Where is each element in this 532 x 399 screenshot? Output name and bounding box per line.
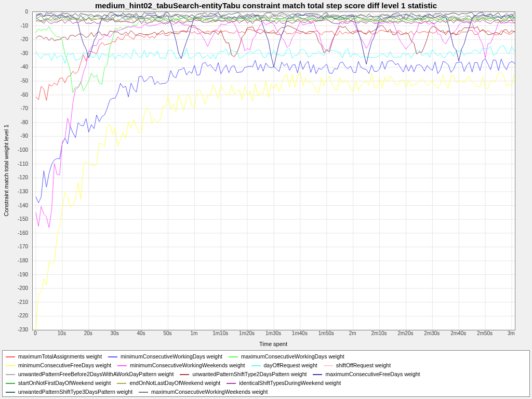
legend-swatch <box>117 365 127 366</box>
legend-item: maximumConsecutiveWorkingWeekends weight <box>139 388 268 396</box>
x-tick: 30s <box>111 330 119 336</box>
legend-swatch <box>6 356 15 357</box>
legend-item: minimumConsecutiveWorkingWeekends weight <box>117 361 245 370</box>
legend-swatch <box>313 374 322 375</box>
y-tick: -50 <box>21 78 28 84</box>
legend-swatch <box>6 374 15 375</box>
legend-label: maximumConsecutiveWorkingDays weight <box>241 352 344 361</box>
legend-label: maximumConsecutiveFreeDays weight <box>325 370 420 379</box>
legend-label: minimumConsecutiveWorkingDays weight <box>121 352 222 361</box>
y-tick: -150 <box>18 216 28 222</box>
legend-label: minimumConsecutiveWorkingWeekends weight <box>130 361 245 370</box>
legend-item: dayOffRequest weight <box>251 361 317 370</box>
x-tick: 2m20s <box>397 330 413 336</box>
y-tick: -130 <box>18 188 28 194</box>
x-tick: 40s <box>137 330 145 336</box>
y-tick: -200 <box>18 285 28 291</box>
x-tick-labels: 010s20s30s40s50s1m1m10s1m20s1m30s1m40s1m… <box>32 330 515 339</box>
y-tick: -20 <box>21 36 28 42</box>
legend-item: maximumTotalAssignments weight <box>6 352 102 361</box>
legend-label: unwantedPatternShiftType2DaysPattern wei… <box>192 370 307 379</box>
y-tick: -170 <box>18 244 28 249</box>
series-line <box>36 17 515 93</box>
x-tick: 50s <box>163 330 171 336</box>
series-line <box>36 21 515 228</box>
y-tick: -30 <box>21 50 28 56</box>
legend-swatch <box>227 383 236 384</box>
x-tick: 2m10s <box>371 330 387 336</box>
y-tick: -10 <box>21 22 28 28</box>
x-axis-label: Time spent <box>32 341 514 347</box>
legend-label: unwantedPatternFreeBefore2DaysWithAWorkD… <box>18 370 174 379</box>
legend-swatch <box>6 365 15 366</box>
y-tick: -40 <box>21 64 28 70</box>
legend-item: endOnNotLastDayOfWeekend weight <box>117 379 220 388</box>
x-tick: 3m <box>508 330 515 336</box>
legend-swatch <box>6 392 15 393</box>
x-tick: 1m50s <box>318 330 334 336</box>
x-tick: 1m20s <box>239 330 255 336</box>
y-tick: -140 <box>18 202 28 208</box>
y-tick: -120 <box>18 175 28 180</box>
y-tick: -90 <box>21 133 28 139</box>
legend-swatch <box>117 383 126 384</box>
legend-swatch <box>324 365 333 366</box>
y-tick: -160 <box>18 230 28 235</box>
legend-label: identicalShiftTypesDuringWeekend weight <box>239 379 341 388</box>
x-tick: 20s <box>84 330 92 336</box>
series-line <box>36 29 515 100</box>
x-tick: 1m30s <box>265 330 281 336</box>
legend-label: minimumConsecutiveFreeDays weight <box>18 361 111 370</box>
legend-label: shiftOffRequest weight <box>336 361 391 370</box>
y-tick: -110 <box>18 161 28 166</box>
legend-item: minimumConsecutiveWorkingDays weight <box>108 352 222 361</box>
y-tick: -220 <box>18 313 28 318</box>
legend-swatch <box>251 365 261 366</box>
legend-swatch <box>180 374 189 375</box>
legend-label: maximumTotalAssignments weight <box>18 352 102 361</box>
x-tick: 2m50s <box>477 330 493 336</box>
y-tick: -80 <box>21 119 28 125</box>
y-tick: -70 <box>21 105 28 111</box>
x-tick: 2m30s <box>424 330 440 336</box>
legend-swatch <box>6 383 15 384</box>
y-tick: -180 <box>18 257 28 263</box>
legend-item: identicalShiftTypesDuringWeekend weight <box>227 379 341 388</box>
y-tick: -210 <box>18 299 28 304</box>
y-tick-labels: 0-10-20-30-40-50-60-70-80-90-100-110-120… <box>12 11 30 330</box>
legend: maximumTotalAssignments weightminimumCon… <box>2 350 530 397</box>
legend-item: unwantedPatternShiftType3DaysPattern wei… <box>6 388 132 396</box>
plot-svg <box>33 12 515 330</box>
legend-item: startOnNotFirstDayOfWeekend weight <box>6 379 111 388</box>
legend-label: dayOffRequest weight <box>264 361 317 370</box>
y-tick: -100 <box>18 147 28 153</box>
legend-item: maximumConsecutiveWorkingDays weight <box>229 352 344 361</box>
x-tick: 1m10s <box>212 330 228 336</box>
legend-item: maximumConsecutiveFreeDays weight <box>313 370 420 379</box>
y-tick: 0 <box>25 9 28 15</box>
x-tick: 2m40s <box>450 330 466 336</box>
legend-swatch <box>229 356 238 357</box>
x-tick: 0 <box>34 330 37 336</box>
legend-label: endOnNotLastDayOfWeekend weight <box>129 379 220 388</box>
y-axis-label: Constraint match total weight level 1 <box>3 11 11 329</box>
series-line <box>36 72 515 330</box>
legend-item: unwantedPatternFreeBefore2DaysWithAWorkD… <box>6 370 174 379</box>
legend-item: shiftOffRequest weight <box>324 361 391 370</box>
legend-swatch <box>108 356 117 357</box>
x-tick: 1m <box>190 330 197 336</box>
y-tick: -190 <box>18 271 28 277</box>
legend-label: maximumConsecutiveWorkingWeekends weight <box>151 388 268 396</box>
x-tick: 10s <box>58 330 66 336</box>
legend-item: unwantedPatternShiftType2DaysPattern wei… <box>180 370 307 379</box>
y-tick: -60 <box>21 91 28 97</box>
legend-swatch <box>139 392 148 393</box>
plot-area <box>32 11 515 330</box>
series-line <box>36 57 515 203</box>
y-tick: -230 <box>18 327 28 332</box>
legend-item: minimumConsecutiveFreeDays weight <box>6 361 111 370</box>
legend-label: unwantedPatternShiftType3DaysPattern wei… <box>18 388 132 396</box>
x-tick: 1m40s <box>292 330 308 336</box>
chart-title: medium_hint02_tabuSearch-entityTabu cons… <box>0 1 532 10</box>
legend-label: startOnNotFirstDayOfWeekend weight <box>18 379 111 388</box>
